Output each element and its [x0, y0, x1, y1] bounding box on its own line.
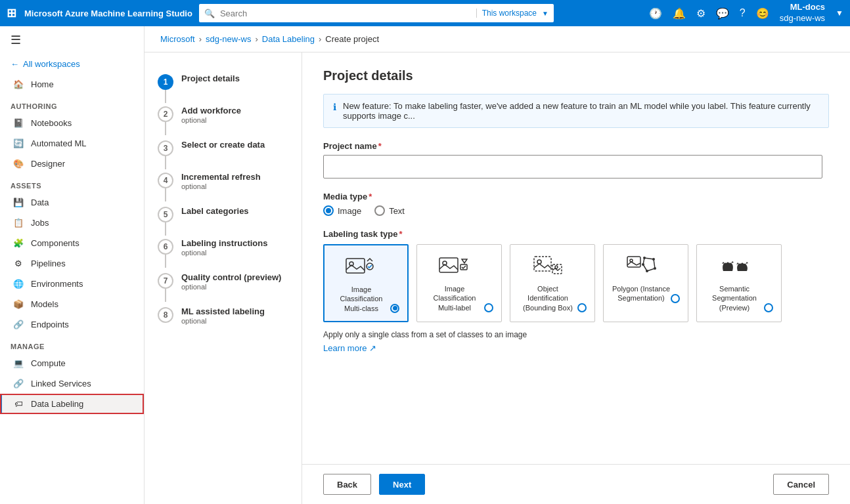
endpoints-label: Endpoints — [31, 320, 69, 329]
back-to-workspaces[interactable]: ← All workspaces — [0, 54, 144, 74]
breadcrumb-sep-3: › — [319, 34, 321, 44]
sidebar-item-data-labeling[interactable]: 🏷 Data Labeling — [0, 394, 144, 414]
automated-ml-label: Automated ML — [31, 138, 87, 148]
task-card-4-radio — [671, 294, 680, 303]
data-icon: 💾 — [12, 198, 24, 207]
task-card-1-label: Image Classification Multi-class — [332, 285, 390, 313]
wizard-step-1[interactable]: 1 Project details — [145, 66, 302, 98]
project-name-input[interactable] — [323, 155, 822, 178]
next-button[interactable]: Next — [379, 474, 425, 495]
search-box[interactable]: 🔍 This workspace ▼ — [199, 4, 554, 22]
task-card-5-radio — [764, 303, 773, 312]
step-5-info: Label categories — [181, 206, 249, 216]
task-description: Apply only a single class from a set of … — [323, 330, 829, 339]
external-link-icon: ↗ — [369, 343, 376, 353]
search-input[interactable] — [220, 9, 471, 18]
learn-more-link[interactable]: Learn more ↗ — [323, 343, 376, 353]
step-6-info: Labeling instructions optional — [181, 238, 267, 257]
clock-icon[interactable]: 🕐 — [649, 7, 662, 20]
sidebar-item-models[interactable]: 📦 Models — [0, 294, 144, 314]
help-icon[interactable]: ? — [740, 7, 746, 19]
step-2-title: Add workforce — [181, 106, 241, 116]
jobs-label: Jobs — [31, 218, 49, 228]
project-name-group: Project name* — [323, 141, 829, 178]
img-class-label-icon — [438, 253, 471, 279]
project-name-label: Project name* — [323, 141, 829, 151]
wizard-step-4[interactable]: 4 Incremental refresh optional — [145, 164, 302, 198]
sidebar-item-endpoints[interactable]: 🔗 Endpoints — [0, 314, 144, 335]
home-icon: 🏠 — [12, 79, 24, 89]
svg-point-14 — [652, 258, 655, 261]
data-labeling-icon: 🏷 — [12, 399, 24, 409]
breadcrumb-data-labeling[interactable]: Data Labeling — [262, 34, 315, 44]
compute-label: Compute — [31, 358, 66, 368]
step-4-info: Incremental refresh optional — [181, 172, 261, 190]
breadcrumb-workspace[interactable]: sdg-new-ws — [206, 34, 251, 44]
sidebar-item-home[interactable]: 🏠 Home — [0, 74, 144, 94]
sidebar-item-linked-services[interactable]: 🔗 Linked Services — [0, 373, 144, 394]
info-text: New feature: To make labeling faster, we… — [343, 101, 819, 121]
chevron-down-icon[interactable]: ▼ — [542, 10, 548, 17]
user-icon[interactable]: 😊 — [756, 7, 769, 20]
designer-label: Designer — [31, 159, 65, 169]
wizard-steps-panel: 1 Project details 2 Add workforce option… — [145, 52, 302, 504]
sidebar-item-automated-ml[interactable]: 🔄 Automated ML — [0, 133, 144, 154]
sidebar-item-components[interactable]: 🧩 Components — [0, 233, 144, 253]
wizard-step-3[interactable]: 3 Select or create data — [145, 132, 302, 164]
notebooks-icon: 📓 — [12, 118, 24, 128]
sidebar-item-jobs[interactable]: 📋 Jobs — [0, 213, 144, 233]
bell-icon[interactable]: 🔔 — [673, 7, 686, 20]
breadcrumb-microsoft[interactable]: Microsoft — [160, 34, 195, 44]
gear-icon[interactable]: ⚙ — [696, 7, 705, 20]
sidebar-item-designer[interactable]: 🎨 Designer — [0, 154, 144, 174]
radio-text[interactable]: Text — [374, 205, 405, 216]
task-card-obj-id[interactable]: Object Identification (Bounding Box) — [510, 244, 595, 322]
task-card-3-label: Object Identification (Bounding Box) — [518, 284, 577, 312]
svg-rect-10 — [627, 257, 640, 267]
svg-point-9 — [555, 266, 558, 268]
task-card-3-radio — [577, 303, 587, 312]
sidebar-item-data[interactable]: 💾 Data — [0, 192, 144, 213]
sidebar-item-compute[interactable]: 💻 Compute — [0, 353, 144, 373]
radio-image-circle — [323, 205, 334, 216]
environments-icon: 🌐 — [12, 279, 24, 289]
workspace-label: This workspace — [476, 9, 537, 18]
task-card-img-class-multi[interactable]: Image Classification Multi-class — [323, 244, 409, 322]
svg-point-13 — [643, 257, 646, 259]
task-card-5-inner: Semantic Segmentation (Preview) — [705, 253, 764, 312]
task-card-img-class-label[interactable]: Image Classification Multi-label — [416, 244, 502, 322]
task-card-4-row: Polygon (Instance Segmentation) — [612, 253, 680, 303]
sidebar-item-notebooks[interactable]: 📓 Notebooks — [0, 113, 144, 133]
step-4-subtitle: optional — [181, 182, 261, 190]
wizard-step-8[interactable]: 8 ML assisted labeling optional — [145, 299, 302, 333]
sidebar: ☰ ← All workspaces 🏠 Home Authoring 📓 No… — [0, 26, 145, 504]
back-label: All workspaces — [23, 59, 80, 69]
task-card-semantic[interactable]: Semantic Segmentation (Preview) — [696, 244, 782, 322]
back-arrow-icon: ← — [11, 59, 19, 69]
polygon-icon — [625, 253, 658, 279]
step-7-num: 7 — [158, 273, 173, 289]
cancel-button[interactable]: Cancel — [773, 474, 829, 495]
wizard-step-2[interactable]: 2 Add workforce optional — [145, 98, 302, 132]
wizard-step-7[interactable]: 7 Quality control (preview) optional — [145, 264, 302, 299]
back-button[interactable]: Back — [323, 474, 371, 495]
img-class-multi-icon — [345, 253, 378, 280]
media-type-radio-group: Image Text — [323, 205, 829, 216]
radio-image[interactable]: Image — [323, 205, 361, 216]
sidebar-item-pipelines[interactable]: ⚙ Pipelines — [0, 253, 144, 274]
step-5-num: 5 — [158, 207, 173, 222]
chat-icon[interactable]: 💬 — [716, 7, 729, 20]
step-3-num: 3 — [158, 140, 173, 156]
hamburger-icon[interactable]: ☰ — [0, 26, 144, 54]
radio-text-circle — [374, 205, 385, 216]
wizard-layout: 1 Project details 2 Add workforce option… — [145, 52, 850, 504]
svg-point-16 — [646, 270, 648, 272]
info-banner: ℹ New feature: To make labeling faster, … — [323, 94, 829, 128]
step-2-info: Add workforce optional — [181, 106, 241, 124]
obj-id-icon — [531, 253, 564, 279]
sidebar-item-environments[interactable]: 🌐 Environments — [0, 274, 144, 294]
wizard-step-5[interactable]: 5 Label categories — [145, 198, 302, 230]
task-card-polygon[interactable]: Polygon (Instance Segmentation) — [603, 244, 688, 322]
wizard-step-6[interactable]: 6 Labeling instructions optional — [145, 230, 302, 264]
user-caret-icon[interactable]: ▼ — [836, 9, 843, 18]
